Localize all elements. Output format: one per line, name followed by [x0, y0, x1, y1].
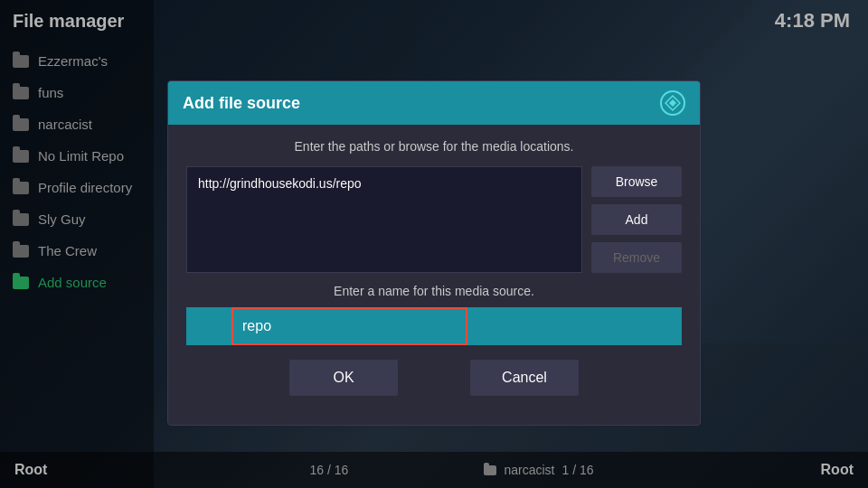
- name-input-row: [186, 307, 682, 345]
- dialog-body: Enter the paths or browse for the media …: [168, 125, 700, 425]
- dialog-name-hint: Enter a name for this media source.: [186, 284, 682, 298]
- source-path-display[interactable]: http://grindhousekodi.us/repo: [186, 166, 582, 273]
- dialog-overlay: Add file source Enter the paths or brows…: [0, 0, 868, 488]
- source-row: http://grindhousekodi.us/repo Browse Add…: [186, 166, 682, 273]
- ok-button[interactable]: OK: [289, 360, 398, 396]
- media-source-name-input[interactable]: [231, 307, 467, 345]
- dialog-action-buttons: OK Cancel: [186, 360, 682, 410]
- name-input-right-pad: [467, 307, 682, 345]
- add-file-source-dialog: Add file source Enter the paths or brows…: [167, 80, 701, 426]
- cancel-button[interactable]: Cancel: [470, 360, 579, 396]
- add-button[interactable]: Add: [591, 204, 682, 235]
- browse-button[interactable]: Browse: [591, 166, 682, 197]
- remove-button[interactable]: Remove: [591, 242, 682, 273]
- svg-marker-1: [669, 99, 676, 107]
- name-input-left-pad: [186, 307, 231, 345]
- source-action-buttons: Browse Add Remove: [591, 166, 682, 273]
- dialog-paths-hint: Enter the paths or browse for the media …: [186, 139, 682, 154]
- dialog-header: Add file source: [168, 81, 700, 125]
- source-url-text: http://grindhousekodi.us/repo: [198, 176, 362, 191]
- kodi-logo-icon: [660, 90, 685, 116]
- dialog-title: Add file source: [183, 94, 300, 113]
